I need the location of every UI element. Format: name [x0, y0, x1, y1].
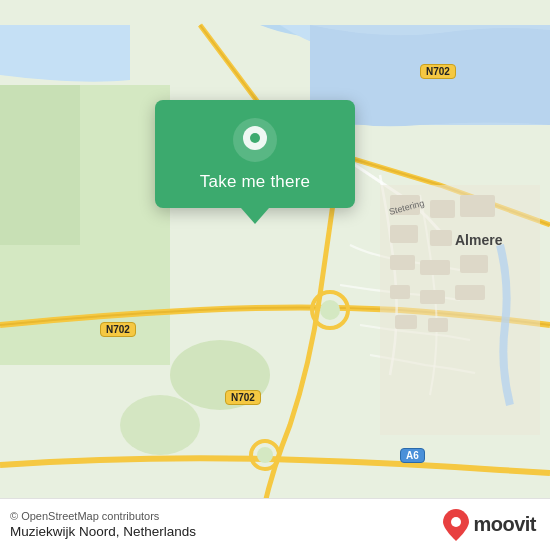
svg-rect-21 — [428, 318, 448, 332]
osm-credit: © OpenStreetMap contributors — [10, 510, 196, 522]
bottom-bar: © OpenStreetMap contributors Muziekwijk … — [0, 498, 550, 550]
popup-card[interactable]: Take me there — [155, 100, 355, 208]
svg-rect-18 — [420, 290, 445, 304]
road-badge-a6: A6 — [400, 448, 425, 463]
svg-rect-17 — [390, 285, 410, 299]
svg-rect-15 — [420, 260, 450, 275]
svg-rect-16 — [460, 255, 488, 273]
svg-rect-8 — [380, 185, 540, 435]
take-me-there-label: Take me there — [200, 172, 310, 192]
svg-text:Almere: Almere — [455, 232, 503, 248]
svg-point-7 — [257, 447, 273, 463]
map-background: Almere Stetering — [0, 0, 550, 550]
moovit-brand-text: moovit — [473, 513, 536, 536]
svg-rect-12 — [390, 225, 418, 243]
svg-rect-20 — [395, 315, 417, 329]
road-badge-n702-bot: N702 — [225, 390, 261, 405]
map-container: Almere Stetering N702 N702 N702 A6 Take … — [0, 0, 550, 550]
location-label: Muziekwijk Noord, Netherlands — [10, 524, 196, 539]
svg-rect-19 — [455, 285, 485, 300]
location-pin-icon — [233, 118, 277, 162]
moovit-logo: moovit — [443, 509, 536, 541]
svg-point-5 — [320, 300, 340, 320]
svg-point-23 — [120, 395, 200, 455]
svg-point-28 — [250, 133, 260, 143]
svg-rect-10 — [430, 200, 455, 218]
svg-rect-14 — [390, 255, 415, 270]
moovit-pin-icon — [443, 509, 469, 541]
svg-rect-13 — [430, 230, 452, 246]
svg-point-29 — [451, 517, 461, 527]
svg-rect-11 — [460, 195, 495, 217]
road-badge-n702-mid: N702 — [100, 322, 136, 337]
road-badge-n702-top: N702 — [420, 64, 456, 79]
svg-rect-3 — [0, 85, 80, 245]
